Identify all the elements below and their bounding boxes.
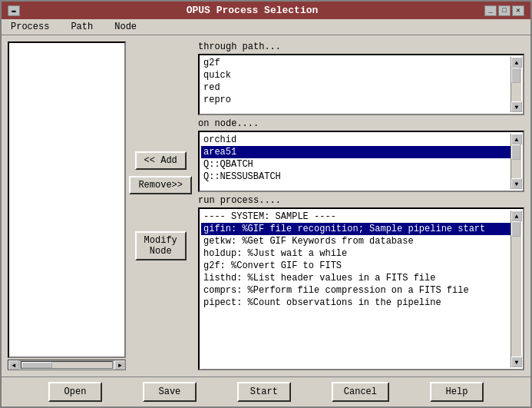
remove-button[interactable]: Remove>> bbox=[129, 176, 192, 194]
list-item[interactable]: red bbox=[201, 81, 511, 94]
left-scrollbar-h: ◄ ► bbox=[8, 360, 126, 370]
action-buttons: << Add Remove>> Modify Node bbox=[129, 41, 192, 370]
scrollbar-thumb-v bbox=[511, 68, 520, 83]
through-path-list-content: g2f quick red repro bbox=[201, 57, 511, 112]
menu-process[interactable]: Process bbox=[8, 21, 52, 33]
scroll-up-btn[interactable]: ▲ bbox=[511, 57, 522, 68]
list-item[interactable]: holdup: %Just wait a while bbox=[201, 247, 511, 260]
window-title: OPUS Process Selection bbox=[20, 5, 484, 16]
help-button[interactable]: Help bbox=[430, 382, 484, 402]
scroll-up-btn[interactable]: ▲ bbox=[511, 211, 522, 221]
cancel-button[interactable]: Cancel bbox=[332, 382, 389, 402]
minimize-btn[interactable]: _ bbox=[484, 5, 497, 16]
scroll-right-btn[interactable]: ► bbox=[114, 360, 125, 370]
list-item[interactable]: Q::QBATCH bbox=[201, 158, 511, 171]
list-item[interactable]: getkw: %Get GIF Keywords from database bbox=[201, 235, 511, 247]
through-path-listbox[interactable]: g2f quick red repro ▲ ▼ bbox=[198, 54, 524, 115]
list-item[interactable]: ---- SYSTEM: SAMPLE ---- bbox=[201, 211, 511, 223]
scroll-up-btn[interactable]: ▲ bbox=[511, 134, 522, 144]
run-process-section: run process.... ---- SYSTEM: SAMPLE ----… bbox=[198, 195, 524, 370]
left-main: ◄ ► bbox=[8, 41, 126, 370]
right-panel: through path... g2f quick red repro ▲ ▼ bbox=[198, 41, 524, 370]
scroll-down-btn[interactable]: ▼ bbox=[511, 101, 522, 112]
run-process-listbox[interactable]: ---- SYSTEM: SAMPLE ---- gifin: %GIF fil… bbox=[198, 207, 524, 370]
list-item[interactable]: orchid bbox=[201, 134, 511, 146]
main-window: ▬ OPUS Process Selection _ □ ✕ Process P… bbox=[0, 0, 532, 408]
bottom-bar: Open Save Start Cancel Help bbox=[2, 376, 530, 406]
on-node-listbox[interactable]: orchid area51 Q::QBATCH Q::NESSUSBATCH ▲… bbox=[198, 131, 524, 192]
scrollbar-track-v bbox=[511, 221, 521, 357]
on-node-scrollbar-v: ▲ ▼ bbox=[511, 134, 521, 189]
left-panel: ◄ ► << Add Remove>> Modify Node bbox=[8, 41, 192, 370]
scrollbar-track-v bbox=[511, 68, 521, 101]
modify-node-button[interactable]: Modify Node bbox=[135, 231, 187, 260]
left-scrollbar-track bbox=[21, 361, 113, 369]
selected-processes-list[interactable] bbox=[8, 41, 126, 358]
list-item[interactable]: listhd: %List header values in a FITS fi… bbox=[201, 272, 511, 284]
scrollbar-track-v bbox=[511, 144, 521, 178]
menu-bar: Process Path Node bbox=[2, 19, 530, 35]
title-bar: ▬ OPUS Process Selection _ □ ✕ bbox=[2, 2, 530, 19]
maximize-btn[interactable]: □ bbox=[498, 5, 511, 16]
scroll-down-btn[interactable]: ▼ bbox=[511, 178, 522, 189]
menu-node[interactable]: Node bbox=[111, 21, 140, 33]
list-item[interactable]: comprs: %Perform file compression on a F… bbox=[201, 284, 511, 297]
system-menu-btn[interactable]: ▬ bbox=[8, 5, 20, 16]
open-button[interactable]: Open bbox=[48, 382, 102, 402]
run-process-list-content: ---- SYSTEM: SAMPLE ---- gifin: %GIF fil… bbox=[201, 211, 511, 367]
list-item[interactable]: pipect: %Count observations in the pipel… bbox=[201, 297, 511, 309]
through-path-section: through path... g2f quick red repro ▲ ▼ bbox=[198, 41, 524, 115]
run-process-label: run process.... bbox=[198, 195, 524, 206]
scrollbar-thumb-v bbox=[511, 221, 520, 237]
save-button[interactable]: Save bbox=[143, 382, 197, 402]
on-node-list-content: orchid area51 Q::QBATCH Q::NESSUSBATCH bbox=[201, 134, 511, 189]
list-item[interactable]: area51 bbox=[201, 146, 511, 158]
scroll-down-btn[interactable]: ▼ bbox=[511, 357, 522, 367]
list-item[interactable]: gifin: %GIF file recognition; Sample pip… bbox=[201, 223, 511, 235]
scroll-left-btn[interactable]: ◄ bbox=[8, 360, 19, 370]
title-bar-right-controls: _ □ ✕ bbox=[484, 5, 524, 16]
close-btn[interactable]: ✕ bbox=[512, 5, 524, 16]
list-item[interactable]: g2f: %Convert GIF to FITS bbox=[201, 260, 511, 272]
through-path-label: through path... bbox=[198, 41, 524, 52]
run-process-scrollbar-v: ▲ ▼ bbox=[511, 211, 521, 367]
on-node-label: on node.... bbox=[198, 118, 524, 129]
scrollbar-thumb-v bbox=[511, 144, 520, 160]
on-node-section: on node.... orchid area51 Q::QBATCH Q::N… bbox=[198, 118, 524, 192]
list-item[interactable]: repro bbox=[201, 94, 511, 106]
through-path-scrollbar-v: ▲ ▼ bbox=[511, 57, 521, 112]
list-item[interactable]: g2f bbox=[201, 57, 511, 69]
menu-path[interactable]: Path bbox=[68, 21, 96, 33]
add-button[interactable]: << Add bbox=[135, 151, 187, 170]
list-item[interactable]: Q::NESSUSBATCH bbox=[201, 171, 511, 183]
start-button[interactable]: Start bbox=[237, 382, 291, 402]
list-item[interactable]: quick bbox=[201, 69, 511, 81]
left-scrollbar-thumb bbox=[21, 362, 52, 368]
modify-node-container: Modify Node bbox=[135, 231, 187, 260]
content-area: ◄ ► << Add Remove>> Modify Node bbox=[2, 35, 530, 376]
left-with-buttons: ◄ ► << Add Remove>> Modify Node bbox=[8, 41, 192, 370]
title-bar-left-controls: ▬ bbox=[8, 5, 20, 16]
